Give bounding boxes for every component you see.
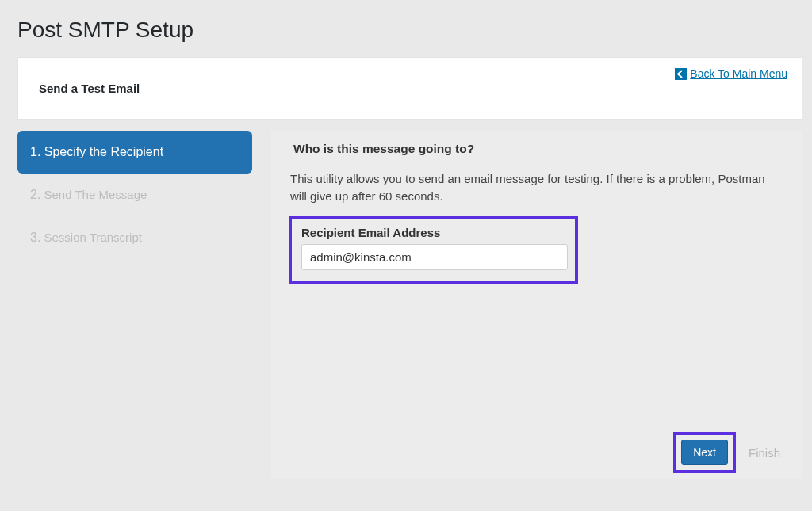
finish-button: Finish — [749, 446, 788, 460]
step-label: Send The Message — [44, 188, 147, 201]
header-card: Back To Main Menu Send a Test Email — [17, 57, 802, 120]
step-label: Specify the Recipient — [44, 145, 163, 158]
step-number: 3. — [30, 231, 40, 244]
back-to-main-link[interactable]: Back To Main Menu — [675, 67, 787, 80]
recipient-email-label: Recipient Email Address — [301, 226, 565, 244]
next-button-highlight: Next — [673, 432, 736, 473]
wizard-container: 1. Specify the Recipient 2. Send The Mes… — [17, 131, 802, 479]
content-panel: Who is this message going to? This utili… — [271, 131, 802, 479]
recipient-email-input[interactable] — [301, 244, 568, 270]
recipient-highlight-box: Recipient Email Address — [289, 216, 578, 284]
page-title: Post SMTP Setup — [0, 0, 812, 57]
back-link-label: Back To Main Menu — [690, 67, 787, 80]
content-description: This utility allows you to send an email… — [289, 170, 785, 216]
steps-sidebar: 1. Specify the Recipient 2. Send The Mes… — [17, 131, 252, 479]
step-send-message[interactable]: 2. Send The Message — [17, 174, 252, 216]
step-session-transcript[interactable]: 3. Session Transcript — [17, 216, 252, 259]
wizard-footer-buttons: Next Finish — [673, 432, 788, 473]
step-number: 1. — [30, 145, 40, 158]
content-question: Who is this message going to? — [289, 140, 785, 170]
step-label: Session Transcript — [44, 231, 142, 244]
back-arrow-icon — [675, 68, 687, 80]
step-number: 2. — [30, 188, 40, 201]
next-button[interactable]: Next — [681, 440, 728, 465]
step-specify-recipient[interactable]: 1. Specify the Recipient — [17, 131, 252, 174]
